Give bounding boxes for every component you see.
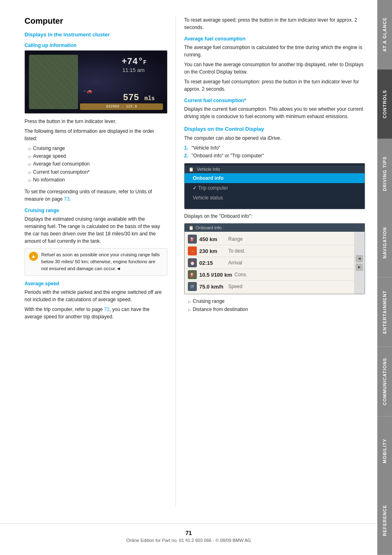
- cons-label: Cons.: [234, 272, 351, 278]
- warning-icon: ▲: [29, 252, 38, 261]
- para-units-measure: To set the corresponding units of measur…: [24, 188, 167, 203]
- right-column: To reset average speed: press the button…: [176, 16, 377, 507]
- cruising-range-heading: Cruising range: [24, 208, 167, 213]
- average-speed-para1: Periods with the vehicle parked and the …: [24, 289, 167, 303]
- dest-value: 230 km: [199, 248, 226, 254]
- sidebar-item-at-a-glance[interactable]: At a glance: [377, 0, 392, 69]
- current-fuel-para1: Displays the current fuel consumption. T…: [184, 105, 365, 120]
- table-row: → 230 km To dest.: [185, 245, 354, 257]
- main-content: Computer Displays in the instrument clus…: [0, 0, 377, 523]
- average-speed-para2: With the trip computer, refer to page 72…: [24, 306, 167, 320]
- para-following-items: The following items of information are d…: [24, 128, 167, 142]
- control-display-heading: Displays on the Control Display: [184, 126, 365, 132]
- dest-icon: →: [188, 246, 197, 255]
- table-row: ⏰ 02:15 Arrival: [185, 257, 354, 269]
- warning-box: ▲ Refuel as soon as possible once your c…: [24, 248, 167, 276]
- side-btn-1[interactable]: ◀: [356, 255, 363, 262]
- cd-menu-item-vehicle-status[interactable]: Vehicle status: [185, 193, 365, 203]
- range-label: Range: [228, 236, 351, 242]
- control-display-para1: The computer can also be opened via iDri…: [184, 134, 365, 142]
- page-footer: 71 Online Edition for Part no. 01 41 2 6…: [0, 523, 377, 549]
- dest-label: To dest.: [228, 248, 351, 254]
- cd-title: 📋 Vehicle Info: [185, 166, 365, 173]
- sidebar-item-mobility[interactable]: Mobility: [377, 416, 392, 486]
- onboard-rows: ⛽ 450 km Range → 230 km To dest. ⏰ 02:15…: [185, 232, 354, 294]
- instrument-nav-arrow: →🚗: [82, 88, 92, 94]
- arrival-icon: ⏰: [188, 258, 197, 267]
- speed-icon: ⏱: [188, 282, 197, 291]
- sidebar-item-controls[interactable]: Controls: [377, 69, 392, 139]
- list-item: 1. "Vehicle Info": [184, 144, 365, 152]
- range-icon: ⛽: [188, 235, 197, 244]
- table-row: ⛽ 10.5 l/100 km Cons.: [185, 269, 354, 281]
- calling-up-info-heading: Calling up information: [24, 43, 167, 48]
- list-item: Average fuel consumption: [29, 160, 167, 168]
- list-item: Current fuel consumption*: [29, 168, 167, 176]
- onboard-side-buttons: ◀ ▶: [354, 232, 365, 294]
- para-press-button: Press the button in the turn indicator l…: [24, 118, 167, 125]
- cons-icon: ⛽: [188, 270, 197, 279]
- arrival-value: 02:15: [199, 260, 226, 266]
- list-item: Cruising range: [188, 298, 365, 305]
- cons-value: 10.5 l/100 km: [199, 272, 232, 278]
- instrument-map: [29, 55, 78, 109]
- avg-fuel-para1: The average fuel consumption is calculat…: [184, 44, 365, 58]
- avg-fuel-para2: You can have the average consumption for…: [184, 61, 365, 76]
- onboard-list: Cruising range Distance from destination: [188, 298, 365, 313]
- page-number: 71: [6, 530, 371, 536]
- list-item: Distance from destination: [188, 306, 365, 313]
- sidebar-item-driving-tips[interactable]: Driving tips: [377, 139, 392, 208]
- vehicle-info-display: 📋 Vehicle Info Onboard info Trip compute…: [184, 163, 365, 209]
- sidebar-item-reference[interactable]: Reference: [377, 486, 392, 555]
- list-item: No information: [29, 176, 167, 184]
- side-btn-2[interactable]: ▶: [356, 264, 363, 271]
- average-speed-heading: Average speed: [24, 281, 167, 286]
- side-tabs: At a glance Controls Driving tips Naviga…: [377, 0, 392, 555]
- speed-value: 75.0 km/h: [199, 284, 226, 290]
- para-onboard-displays: Displays on the "Onboard info":: [184, 213, 365, 220]
- displays-instrument-heading: Displays in the instrument cluster: [24, 31, 167, 38]
- list-item: Cruising range: [29, 145, 167, 152]
- sidebar-item-navigation[interactable]: Navigation: [377, 208, 392, 278]
- page-title: Computer: [24, 16, 167, 26]
- warning-text: Refuel as soon as possible once your cru…: [41, 251, 163, 273]
- current-fuel-heading: Current fuel consumption*: [184, 98, 365, 103]
- range-value: 450 km: [199, 236, 226, 242]
- instrument-miles: 575 mls: [123, 93, 155, 103]
- para-reset-speed: To reset average speed: press the button…: [184, 16, 365, 31]
- sidebar-item-entertainment[interactable]: Entertainment: [377, 278, 392, 347]
- instrument-cluster-image: +74°F 11:15 am →🚗 575 mls 032050 · 123.8: [24, 50, 167, 114]
- footer-text: Online Edition for Part no. 01 41 2 603 …: [126, 538, 251, 543]
- cruising-range-para: Displays the estimated cruising range av…: [24, 215, 167, 245]
- instrument-odometer: 032050 · 123.8: [80, 103, 163, 110]
- speed-label: Speed: [228, 284, 351, 289]
- cd-menu-item-onboard[interactable]: Onboard info: [185, 173, 365, 183]
- steps-list: 1. "Vehicle Info" 2. "Onboard info" or "…: [184, 144, 365, 160]
- sidebar-item-communications[interactable]: Communications: [377, 347, 392, 416]
- arrival-label: Arrival: [228, 260, 351, 266]
- info-list: Cruising range Average speed Average fue…: [29, 145, 167, 184]
- instrument-temp: +74°F: [122, 57, 147, 67]
- left-column: Computer Displays in the instrument clus…: [0, 16, 176, 507]
- table-row: ⛽ 450 km Range: [185, 233, 354, 245]
- onboard-title-bar: 📋 Onboard info: [185, 224, 365, 232]
- table-row: ⏱ 75.0 km/h Speed: [185, 281, 354, 292]
- list-item: Average speed: [29, 152, 167, 160]
- avg-fuel-heading: Average fuel consumption: [184, 36, 365, 42]
- instrument-time: 11:15 am: [122, 67, 145, 73]
- cd-menu-item-trip[interactable]: Trip computer: [185, 183, 365, 193]
- avg-fuel-para3: To reset average fuel consumption: press…: [184, 78, 365, 93]
- list-item: 2. "Onboard info" or "Trip computer": [184, 152, 365, 160]
- onboard-info-display: 📋 Onboard info ⛽ 450 km Range → 230 km T…: [184, 223, 365, 294]
